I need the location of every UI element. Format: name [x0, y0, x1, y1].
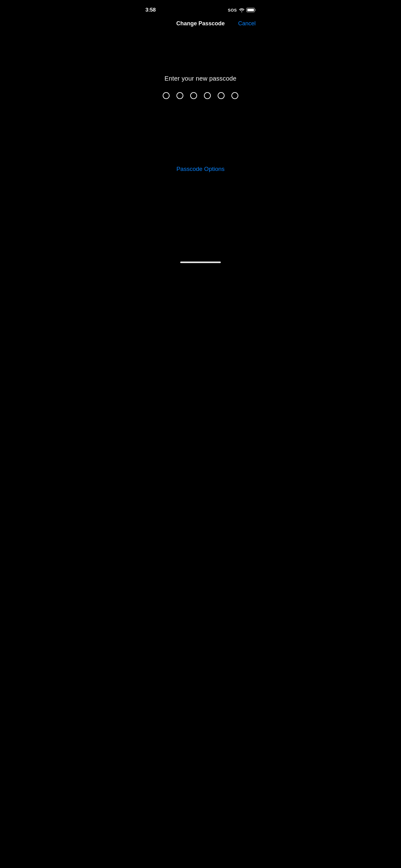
passcode-prompt: Enter your new passcode: [165, 75, 236, 82]
cancel-button[interactable]: Cancel: [238, 20, 256, 27]
passcode-dot-2: [176, 92, 183, 99]
main-content: Enter your new passcode: [139, 31, 262, 99]
battery-icon: [246, 8, 256, 12]
wifi-icon: [239, 8, 244, 12]
status-time: 3:58: [145, 7, 156, 13]
page-title: Change Passcode: [176, 20, 225, 27]
passcode-dot-1: [163, 92, 170, 99]
nav-bar: Change Passcode Cancel: [139, 16, 262, 31]
passcode-dot-6: [231, 92, 238, 99]
passcode-dot-4: [204, 92, 211, 99]
passcode-dot-5: [218, 92, 225, 99]
home-indicator: [180, 261, 221, 263]
sos-indicator: SOS: [228, 8, 237, 12]
passcode-dots: [163, 92, 238, 99]
passcode-dot-3: [190, 92, 197, 99]
status-bar: 3:58 SOS: [139, 0, 262, 16]
passcode-options-area: Passcode Options: [139, 162, 262, 176]
status-icons: SOS: [228, 8, 256, 12]
passcode-options-button[interactable]: Passcode Options: [170, 162, 231, 176]
